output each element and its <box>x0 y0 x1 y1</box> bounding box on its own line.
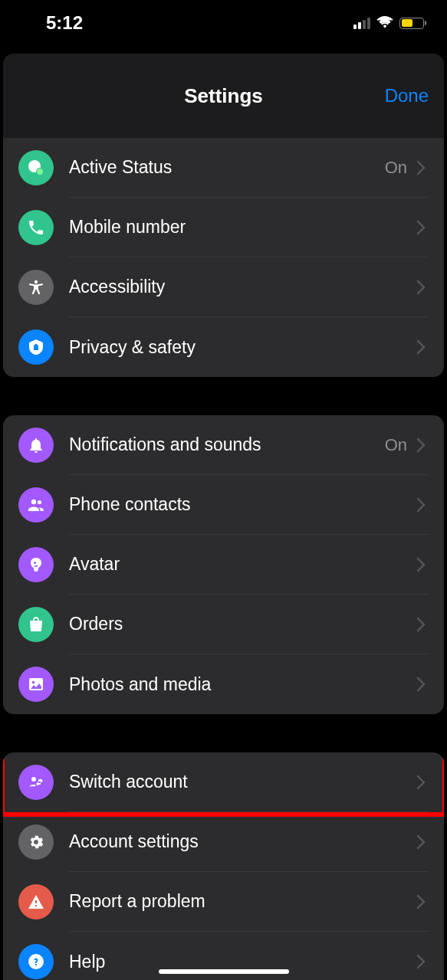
row-label: Report a problem <box>69 891 205 912</box>
battery-icon <box>399 18 424 29</box>
status-bar: 5:12 <box>0 0 447 46</box>
row-label: Accessibility <box>69 277 165 297</box>
bell-icon <box>18 428 54 463</box>
svg-point-5 <box>38 500 41 504</box>
row-label: Phone contacts <box>69 494 191 515</box>
done-button[interactable]: Done <box>385 85 429 107</box>
row-account-settings[interactable]: Account settings <box>3 812 444 872</box>
settings-section: Notifications and sounds On Phone contac… <box>3 415 444 714</box>
row-switch-account[interactable]: Switch account <box>3 752 444 812</box>
chevron-right-icon <box>416 438 426 453</box>
active-status-icon <box>18 150 54 185</box>
row-report-problem[interactable]: Report a problem <box>3 872 444 932</box>
row-active-status[interactable]: Active Status On <box>3 138 444 198</box>
chevron-right-icon <box>416 677 426 692</box>
shield-home-icon <box>18 329 54 365</box>
phone-icon <box>18 210 54 245</box>
row-value: On <box>385 158 407 178</box>
gear-icon <box>18 824 54 860</box>
row-label: Account settings <box>69 831 199 852</box>
row-label: Orders <box>69 614 123 634</box>
row-label: Switch account <box>69 772 188 792</box>
settings-content: Active Status On Mobile number <box>0 138 447 980</box>
bag-icon <box>18 607 54 642</box>
svg-point-2 <box>37 169 43 175</box>
settings-section: Active Status On Mobile number <box>3 138 444 377</box>
switch-account-icon <box>18 765 54 800</box>
row-avatar[interactable]: Avatar <box>3 535 444 595</box>
row-accessibility[interactable]: Accessibility <box>3 257 444 317</box>
row-privacy-safety[interactable]: Privacy & safety <box>3 317 444 377</box>
row-orders[interactable]: Orders <box>3 595 444 654</box>
accessibility-icon <box>18 270 54 305</box>
chevron-right-icon <box>416 557 426 572</box>
page-title: Settings <box>184 84 263 108</box>
settings-section: Switch account Account settings <box>3 752 444 980</box>
row-value: On <box>385 435 407 455</box>
svg-point-8 <box>31 777 36 782</box>
row-notifications[interactable]: Notifications and sounds On <box>3 415 444 475</box>
chevron-right-icon <box>416 617 426 632</box>
row-label: Photos and media <box>69 674 211 695</box>
chevron-right-icon <box>416 220 426 235</box>
chevron-right-icon <box>416 834 426 850</box>
contacts-icon <box>18 487 54 523</box>
row-label: Notifications and sounds <box>69 434 261 455</box>
image-icon <box>18 667 54 702</box>
svg-point-4 <box>31 500 36 504</box>
row-label: Privacy & safety <box>69 337 196 358</box>
row-label: Avatar <box>69 554 120 575</box>
cellular-signal-icon <box>353 17 370 29</box>
row-label: Mobile number <box>69 217 186 238</box>
chevron-right-icon <box>416 954 426 969</box>
row-label: Active Status <box>69 157 172 178</box>
chevron-right-icon <box>416 160 426 175</box>
home-indicator[interactable] <box>159 969 289 974</box>
status-time: 5:12 <box>46 12 83 34</box>
wifi-icon <box>376 15 393 31</box>
svg-point-7 <box>32 681 35 684</box>
status-indicators <box>353 15 424 31</box>
chevron-right-icon <box>416 894 426 910</box>
svg-point-3 <box>35 280 38 284</box>
avatar-icon <box>18 547 54 582</box>
row-label: Help <box>69 952 105 972</box>
row-photos-media[interactable]: Photos and media <box>3 654 444 714</box>
chevron-right-icon <box>416 339 426 355</box>
alert-icon <box>18 884 54 919</box>
chevron-right-icon <box>416 280 426 295</box>
chevron-right-icon <box>416 775 426 790</box>
row-phone-contacts[interactable]: Phone contacts <box>3 475 444 535</box>
modal-header: Settings Done <box>3 54 444 138</box>
help-icon <box>18 944 54 979</box>
chevron-right-icon <box>416 497 426 513</box>
row-mobile-number[interactable]: Mobile number <box>3 198 444 257</box>
